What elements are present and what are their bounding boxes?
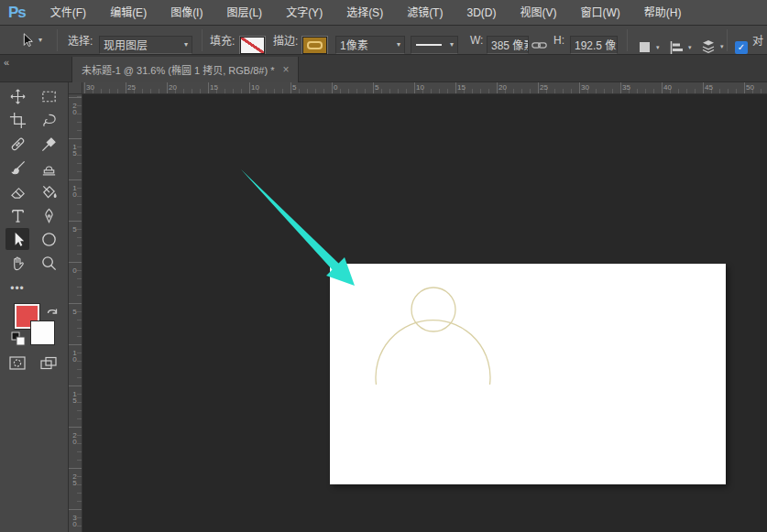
menu-help[interactable]: 帮助(H)	[632, 0, 694, 26]
background-color-swatch[interactable]	[30, 320, 55, 345]
screen-mode-icon	[39, 355, 58, 371]
path-selection-tool[interactable]	[5, 228, 29, 250]
menu-filter[interactable]: 滤镜(T)	[395, 0, 455, 26]
crop-tool[interactable]	[5, 109, 29, 131]
dropdown-caret-icon: ▾	[35, 36, 42, 44]
tab-bar: « 未标题-1 @ 31.6% (椭圆 1 拷贝, RGB/8#) * ×	[0, 55, 767, 82]
path-operations-button[interactable]: ▾	[639, 33, 660, 55]
zoom-tool[interactable]	[37, 252, 60, 274]
dropdown-caret-icon: ▾	[685, 44, 692, 51]
select-mode-dropdown[interactable]: 现用图层 ▾	[99, 30, 192, 55]
lasso-tool[interactable]	[37, 109, 60, 131]
ruler-label: 45	[705, 83, 713, 92]
magnifier-icon	[40, 255, 58, 272]
crop-icon	[9, 112, 27, 129]
ruler-label: 10	[71, 184, 79, 197]
quick-mask-mode-button[interactable]	[5, 352, 29, 374]
ruler-label: 20	[499, 83, 507, 92]
brush-tool[interactable]	[5, 157, 29, 179]
swap-colors-icon[interactable]	[45, 305, 60, 319]
menu-file[interactable]: 文件(F)	[38, 0, 98, 26]
more-tools-button[interactable]: •••	[5, 277, 29, 299]
ruler-label: 20	[71, 431, 79, 444]
eyedropper-tool[interactable]	[37, 133, 60, 155]
healing-brush-icon	[9, 136, 27, 153]
stroke-width-dropdown[interactable]: 1像素 ▾	[335, 30, 405, 55]
move-tool[interactable]	[5, 85, 29, 107]
menu-edit[interactable]: 编辑(E)	[98, 0, 159, 26]
pen-tool[interactable]	[37, 204, 60, 226]
dropdown-caret-icon: ▾	[393, 40, 400, 49]
pen-icon	[40, 207, 58, 224]
canvas[interactable]	[330, 264, 726, 484]
ruler-origin-corner[interactable]	[69, 82, 82, 94]
ruler-label: 10	[71, 349, 79, 362]
dropdown-caret-icon: ▾	[717, 43, 724, 50]
ruler-label: 25	[540, 83, 548, 92]
type-icon	[9, 207, 27, 224]
ruler-label: 30	[86, 83, 94, 92]
close-tab-icon[interactable]: ×	[282, 63, 289, 76]
menu-window[interactable]: 窗口(W)	[568, 0, 631, 26]
arrange-layers-icon	[701, 39, 716, 53]
ruler-label: 5	[71, 308, 79, 314]
document-tab[interactable]: 未标题-1 @ 31.6% (椭圆 1 拷贝, RGB/8#) * ×	[71, 57, 299, 82]
clone-stamp-icon	[40, 159, 58, 177]
tool-preset-button[interactable]: ▾	[18, 26, 42, 54]
lasso-icon	[40, 112, 58, 129]
no-fill-icon	[240, 37, 265, 54]
pasteboard[interactable]	[82, 94, 767, 532]
menu-image[interactable]: 图像(I)	[159, 0, 214, 26]
ruler-label: 15	[71, 390, 79, 403]
menu-3d[interactable]: 3D(D)	[455, 0, 508, 26]
ellipse-tool[interactable]	[37, 228, 60, 250]
rectangular-marquee-tool[interactable]	[37, 85, 60, 107]
brush-icon	[9, 159, 27, 177]
ruler-label: 10	[251, 83, 259, 92]
hand-tool[interactable]	[5, 252, 29, 274]
path-selection-cursor-icon	[18, 32, 35, 49]
menu-view[interactable]: 视图(V)	[508, 0, 568, 26]
paint-bucket-tool[interactable]	[37, 180, 60, 202]
vertical-ruler[interactable]: 2015105051015202530	[69, 94, 82, 532]
ruler-label: 0	[71, 266, 79, 273]
hand-icon	[9, 255, 27, 272]
height-label: H:	[553, 26, 564, 54]
ruler-label: 15	[71, 143, 79, 156]
clone-stamp-tool[interactable]	[37, 157, 60, 179]
spot-healing-brush-tool[interactable]	[5, 133, 29, 155]
path-arrangement-button[interactable]: ▾	[701, 32, 724, 55]
height-value: 192.5 像素	[575, 37, 618, 52]
photoshop-logo: Ps	[8, 4, 26, 22]
checkbox-check-icon: ✓	[735, 41, 748, 54]
ellipse-icon	[40, 231, 58, 248]
options-bar: ▾ 选择: 现用图层 ▾ 填充: 描边: 1像素 ▾	[0, 26, 767, 55]
stroke-style-dropdown[interactable]: ▾	[411, 30, 458, 55]
menu-type[interactable]: 文字(Y)	[274, 0, 334, 26]
eyedropper-icon	[40, 136, 58, 153]
collapse-panels-button[interactable]: «	[4, 57, 9, 68]
align-edges-checkbox[interactable]: ✓	[735, 33, 748, 55]
dropdown-caret-icon: ▾	[181, 40, 188, 49]
quick-mask-icon	[8, 355, 27, 371]
eraser-tool[interactable]	[5, 180, 29, 202]
screen-mode-button[interactable]	[37, 352, 60, 374]
solid-line-icon	[415, 42, 443, 48]
link-dimensions-button[interactable]	[531, 31, 547, 55]
path-alignment-button[interactable]: ▾	[670, 33, 692, 55]
stroke-swatch[interactable]	[302, 31, 327, 55]
default-colors-icon[interactable]	[11, 331, 26, 346]
ruler-label: 5	[292, 83, 296, 92]
menu-layer[interactable]: 图层(L)	[214, 0, 274, 26]
ruler-label: 20	[169, 83, 177, 92]
chain-link-icon	[531, 39, 547, 51]
ruler-label: 25	[71, 472, 79, 485]
menu-select[interactable]: 选择(S)	[334, 0, 395, 26]
type-tool[interactable]	[5, 204, 29, 226]
ruler-label: 40	[663, 83, 672, 92]
ruler-label: 5	[375, 83, 378, 92]
height-input[interactable]: 192.5 像素	[570, 30, 618, 55]
fill-swatch[interactable]	[240, 31, 265, 55]
horizontal-ruler[interactable]: 3025201510505101520253035404550	[82, 82, 767, 94]
width-input[interactable]: 385 像素	[487, 30, 529, 55]
